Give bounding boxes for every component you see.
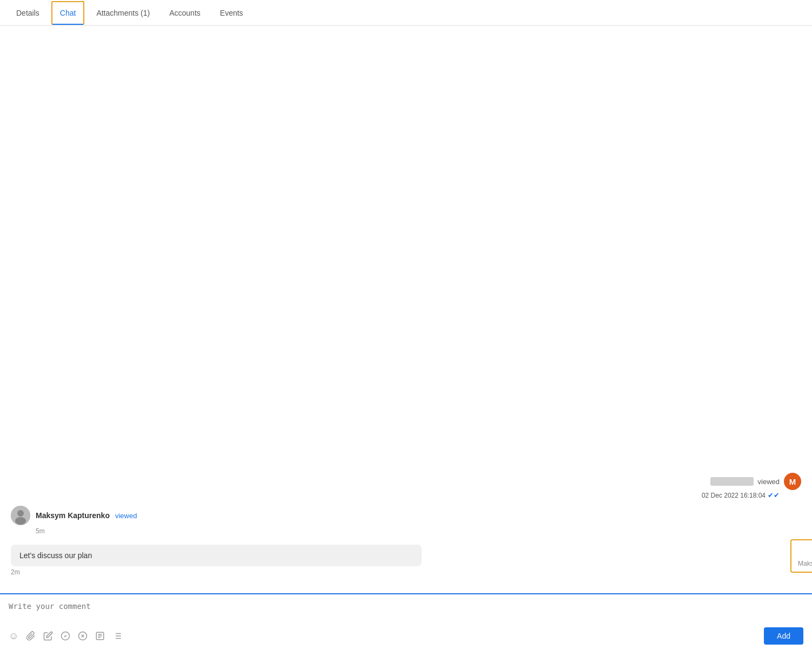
check-icon[interactable] bbox=[61, 631, 70, 641]
double-check-icon: ✔✔ bbox=[768, 491, 780, 499]
right-viewed-row: viewed M bbox=[710, 473, 801, 490]
svg-point-2 bbox=[15, 517, 26, 525]
emoji-icon[interactable]: ☺ bbox=[9, 631, 18, 642]
right-timestamp-row: 02 Dec 2022 16:18:04 ✔✔ bbox=[702, 491, 780, 499]
tab-bar: Details Chat Attachments (1) Accounts Ev… bbox=[0, 0, 812, 26]
typing-text: Maksym Kapturenko is typing ... bbox=[798, 560, 812, 567]
toolbar-icons: ☺ bbox=[9, 631, 122, 642]
attach-icon[interactable] bbox=[26, 631, 36, 641]
left-viewed-badge: viewed bbox=[115, 512, 137, 520]
chat-area: viewed M 02 Dec 2022 16:18:04 ✔✔ M bbox=[0, 26, 812, 650]
messages-upper bbox=[11, 35, 801, 473]
edit-icon[interactable] bbox=[43, 631, 53, 641]
comment-area: ☺ Add bbox=[0, 593, 812, 650]
right-viewed-label: viewed bbox=[758, 478, 780, 486]
msg-bubble: Let's discuss our plan bbox=[11, 545, 422, 566]
tab-chat[interactable]: Chat bbox=[51, 1, 85, 25]
typing-box: ↓ Maksym Kapturenko is typing ... bbox=[790, 539, 812, 573]
svg-point-1 bbox=[17, 510, 24, 517]
left-avatar bbox=[11, 506, 30, 525]
tab-details[interactable]: Details bbox=[9, 2, 47, 24]
right-timestamp: 02 Dec 2022 16:18:04 bbox=[702, 492, 766, 499]
close-icon[interactable] bbox=[78, 631, 88, 641]
left-sender-time: 5m bbox=[36, 527, 801, 535]
tab-accounts[interactable]: Accounts bbox=[162, 2, 208, 24]
comment-toolbar: ☺ Add bbox=[9, 627, 803, 645]
right-avatar: M bbox=[784, 473, 801, 490]
note-icon[interactable] bbox=[95, 631, 105, 641]
add-button[interactable]: Add bbox=[764, 627, 803, 645]
messages-container: viewed M 02 Dec 2022 16:18:04 ✔✔ M bbox=[0, 26, 812, 593]
msg-bubble-container: Let's discuss our plan 2m ↓ Maksym Kaptu… bbox=[11, 545, 801, 576]
tab-events[interactable]: Events bbox=[212, 2, 251, 24]
blurred-name bbox=[710, 477, 754, 486]
tab-attachments[interactable]: Attachments (1) bbox=[89, 2, 157, 24]
bubble-time: 2m bbox=[11, 568, 801, 576]
list-icon[interactable] bbox=[112, 631, 122, 641]
left-sender-name: Maksym Kapturenko bbox=[36, 511, 110, 520]
comment-input[interactable] bbox=[9, 602, 803, 621]
msg-right-viewed: viewed M 02 Dec 2022 16:18:04 ✔✔ bbox=[11, 473, 801, 499]
msg-left-viewed: Maksym Kapturenko viewed 5m bbox=[11, 506, 801, 538]
msg-left-header: Maksym Kapturenko viewed bbox=[11, 506, 801, 525]
